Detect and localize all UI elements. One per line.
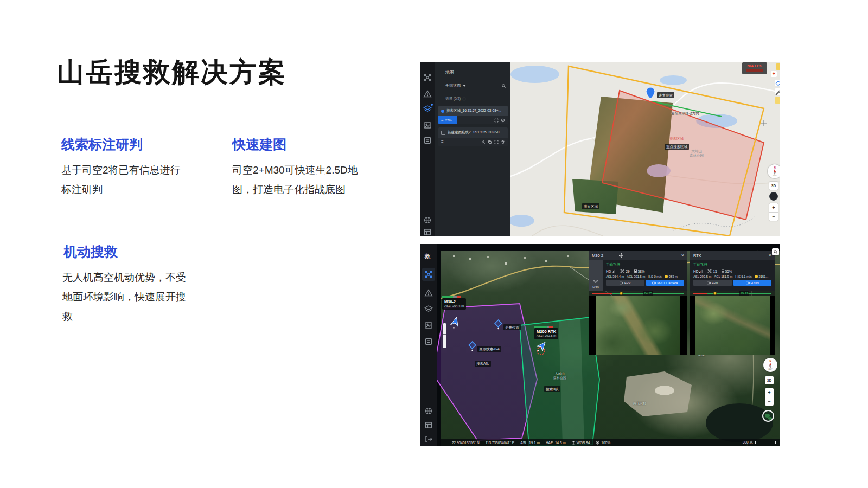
status-bar: 22.904013553° N 113.733034041° E ASL: 19… [437, 439, 780, 446]
search-tool[interactable] [772, 248, 779, 255]
globe-view-button[interactable] [762, 410, 774, 422]
flight-mode: 手动飞行 [606, 262, 684, 267]
ops-app-screenshot: 救 [420, 244, 780, 446]
compass-needle-icon [773, 169, 777, 175]
fpv-button[interactable]: FPV [693, 280, 732, 286]
warning-icon[interactable] [424, 288, 433, 297]
scale-bar [755, 441, 776, 444]
clue-label: 疑似线索-8-4 [477, 346, 501, 352]
camera-icon [746, 281, 750, 285]
remove-icon[interactable] [501, 118, 505, 123]
3d-mode-button[interactable]: 3D [769, 182, 778, 190]
layer-item-name: 新建建图航线2_16:19:25_2022-0... [448, 130, 502, 135]
dashboard-icon[interactable] [424, 421, 433, 429]
section-body-3: 无人机高空机动优势，不受地面环境影响，快速展开搜救 [62, 268, 189, 326]
draw-line-tool[interactable] [775, 88, 780, 95]
user-icon[interactable] [481, 140, 486, 144]
zoom-out-button[interactable]: − [772, 213, 775, 221]
zoom-in-button[interactable]: + [772, 204, 775, 212]
page-title: 山岳搜救解决方案 [57, 54, 287, 91]
map-layers-panel: 地图 全部状态 选择 (0/2) 搜索区域_16:35:57_2022-03-0… [435, 62, 510, 236]
search-icon [773, 249, 778, 254]
drone-icon[interactable] [424, 270, 433, 279]
section-body-2: 司空2+M30可快速生2.5D地图，打造电子化指战底图 [232, 160, 363, 200]
radio-selected-icon[interactable] [441, 110, 444, 113]
draw-area-tool[interactable] [775, 97, 780, 104]
medical-cross-icon[interactable]: + [771, 71, 777, 77]
gimbal-slider[interactable]: 19.19 [690, 291, 775, 296]
layers-icon[interactable] [423, 105, 432, 113]
close-icon[interactable]: × [681, 253, 684, 258]
asl-value: ASL 293.5 m [693, 275, 711, 278]
drone1-status-bar [442, 296, 461, 298]
layer-item-mapping-route[interactable]: 新建建图航线2_16:19:25_2022-0... ≡ [438, 127, 508, 146]
status-filter[interactable]: 全部状态 [435, 79, 510, 92]
drone2-tooltip[interactable]: M300 RTKASL: 293.5 m [534, 328, 558, 339]
zoom-level-icon [596, 441, 599, 445]
globe-icon[interactable] [424, 407, 433, 415]
dashboard-icon[interactable] [423, 228, 432, 236]
media-icon[interactable] [423, 121, 432, 130]
checkbox-icon[interactable] [441, 131, 445, 135]
copy-icon[interactable] [488, 140, 492, 144]
drag-handle-icon[interactable]: ≡ [441, 140, 444, 144]
drone-panel-m30: M30-2 × M30 手动飞行 HD 29 58% ASL [589, 251, 687, 355]
fpv-button[interactable]: FPV [606, 280, 644, 286]
selection-count-label: 选择 (0/2) [445, 97, 461, 101]
park-name-label: 大岭山森林公园 [553, 372, 566, 381]
hd-link-label: HD [606, 269, 611, 273]
video-feed-m30[interactable] [589, 296, 687, 355]
gimbal-slider[interactable]: 24.25 [589, 291, 687, 296]
3d-mode-button[interactable]: 3D [765, 376, 774, 384]
lost-position-pin-icon[interactable] [646, 87, 655, 99]
signal-icon [612, 269, 616, 273]
slide: 山岳搜救解决方案 线索标注研判 基于司空2将已有信息进行标注研判 快速建图 司空… [0, 0, 868, 488]
basemap-toggle-button[interactable] [769, 192, 778, 201]
zoom-in-button[interactable]: + [768, 389, 770, 397]
move-icon[interactable] [618, 253, 624, 258]
team-b-area-polygon[interactable] [520, 317, 599, 446]
zoom-out-button[interactable]: − [768, 397, 770, 406]
delete-icon[interactable] [501, 140, 505, 144]
task-list-icon[interactable] [424, 337, 433, 346]
team-a-label: 搜索A队 [475, 361, 491, 367]
zoom-control[interactable]: + − [765, 388, 774, 406]
task-list-icon[interactable] [423, 136, 432, 145]
search-icon[interactable] [501, 84, 506, 88]
warning-icon[interactable] [423, 89, 432, 98]
draw-rect-tool[interactable] [776, 63, 780, 70]
altitude-slider[interactable] [443, 323, 446, 348]
compass-control[interactable]: N 000° [768, 164, 780, 178]
camera-button[interactable]: M30T Camera [646, 280, 685, 286]
left-icon-rail [420, 62, 435, 236]
distance-value: 2151... [759, 275, 769, 278]
video-image [695, 296, 770, 355]
focus-icon[interactable] [494, 140, 499, 144]
camera-icon [620, 281, 623, 285]
drone-thumbnail[interactable]: M30 [589, 260, 603, 291]
drone1-tooltip[interactable]: M30-2ASL: 364.4 m [442, 298, 466, 310]
zoom-control[interactable]: + − [769, 203, 778, 221]
focus-icon[interactable] [494, 118, 499, 123]
compass-control[interactable]: N 000° [763, 358, 777, 372]
home-distance-icon [665, 275, 668, 278]
globe-icon[interactable] [423, 216, 432, 224]
video-feed-rtk[interactable] [690, 296, 775, 355]
zoom-level-value: 100% [601, 441, 610, 445]
export-icon[interactable] [424, 435, 433, 444]
media-icon[interactable] [424, 321, 433, 330]
close-icon[interactable]: × [769, 253, 771, 258]
layers-icon[interactable] [424, 305, 433, 313]
slider-knob[interactable] [620, 292, 623, 295]
draw-diamond-tool[interactable] [775, 80, 780, 86]
rescue-logo: 救 [425, 253, 433, 261]
camera-button[interactable]: H20N [733, 280, 772, 286]
planning-map[interactable]: 走失位置 监控疑似移动方向 搜索区域 重点搜索区域 大岭山森林公园 潜在区域 [510, 62, 780, 236]
planning-map-canvas [510, 62, 780, 236]
slider-knob[interactable] [713, 292, 717, 295]
drone-icon[interactable] [423, 73, 432, 82]
compass-bearing: 000° [768, 368, 772, 370]
drag-handle-icon[interactable]: ≡ [441, 118, 444, 123]
datum-pin-icon [572, 440, 575, 445]
layer-item-search-area[interactable]: 搜索区域_16:35:57_2022-03-08+... ≡ 27% [438, 106, 508, 124]
